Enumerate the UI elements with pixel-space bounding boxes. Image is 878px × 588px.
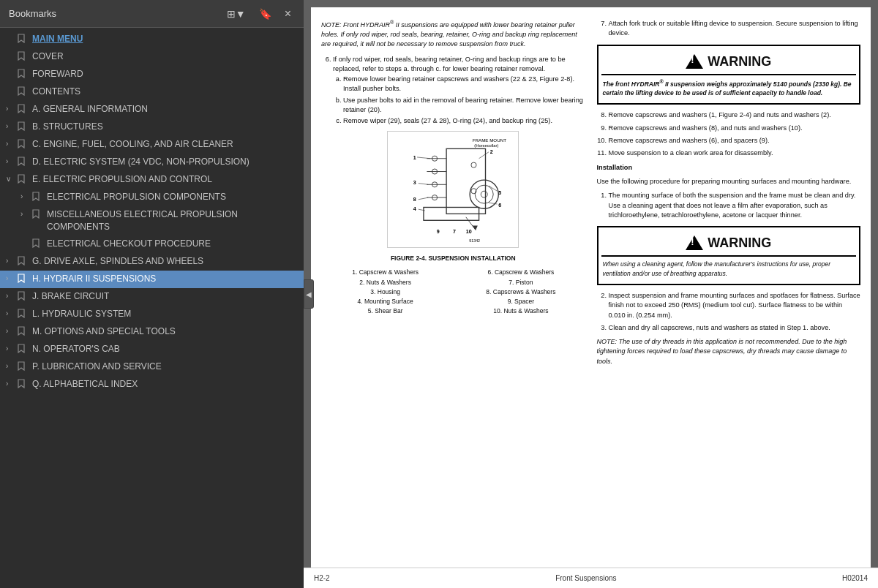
collapse-panel-button[interactable]: ◀ xyxy=(304,279,314,309)
footer-center: Front Suspensions xyxy=(555,574,616,582)
toc-item-e-sub2[interactable]: ›MISCELLANEOUS ELECTRICAL PROPULSION COM… xyxy=(0,206,304,235)
footer-right: H02014 xyxy=(842,574,868,582)
warning-text-2: When using a cleaning agent, follow the … xyxy=(601,257,857,281)
svg-point-14 xyxy=(476,185,494,203)
bookmarks-header: Bookmarks ⊞▼ 🔖 × xyxy=(0,0,304,28)
expander-icon: › xyxy=(20,192,31,200)
close-button[interactable]: × xyxy=(281,6,295,22)
expander-icon: › xyxy=(6,344,16,353)
note-2: NOTE: The use of dry threads in this app… xyxy=(597,337,861,366)
toc-item-label: L. HYDRAULIC SYSTEM xyxy=(32,308,299,320)
toc-item-label: FOREWARD xyxy=(32,68,299,80)
toc-item-label: MAIN MENU xyxy=(32,33,299,45)
bookmark-marker-icon xyxy=(18,291,28,303)
toc-item-label: COVER xyxy=(32,50,299,63)
toc-item-p-lubrication[interactable]: ›P. LUBRICATION AND SERVICE xyxy=(0,358,304,376)
toc-item-e-propulsion[interactable]: ∨E. ELECTRIC PROPULSION AND CONTROL xyxy=(0,171,304,189)
part-4: 4. Mounting Surface xyxy=(321,297,449,306)
substep-b: Use pusher bolts to aid in the removal o… xyxy=(343,96,585,116)
expander-icon: › xyxy=(6,257,16,265)
svg-text:9: 9 xyxy=(437,229,440,235)
toc-item-l-hydraulic[interactable]: ›L. HYDRAULIC SYSTEM xyxy=(0,306,304,323)
bookmark-marker-icon xyxy=(18,139,28,151)
toc-item-label: ELECTRICAL CHECKOUT PROCEDURE xyxy=(47,238,299,250)
svg-text:10: 10 xyxy=(466,229,472,235)
bookmark-marker-icon xyxy=(18,69,28,80)
toc-item-d-electric[interactable]: ›D. ELECTRIC SYSTEM (24 VDC, NON-PROPULS… xyxy=(0,154,304,171)
steps-list-8-11: Remove capscrews and washers (1, Figure … xyxy=(597,110,861,158)
toc-item-label: C. ENGINE, FUEL, COOLING, AND AIR CLEANE… xyxy=(32,138,299,151)
install-step-1: The mounting surface of both the suspens… xyxy=(609,191,861,220)
part-6: 6. Capscrew & Washers xyxy=(457,268,585,276)
toc-item-label: MISCELLANEOUS ELECTRICAL PROPULSION COMP… xyxy=(47,208,299,233)
toc-item-e-sub3[interactable]: ELECTRICAL CHECKOUT PROCEDURE xyxy=(0,235,304,253)
toc-item-h-hydrair[interactable]: ›H. HYDRAIR II SUSPENSIONS xyxy=(0,271,304,288)
svg-text:3: 3 xyxy=(413,180,416,186)
svg-point-11 xyxy=(471,162,476,167)
toc-item-contents[interactable]: CONTENTS xyxy=(0,83,304,101)
expander-icon: › xyxy=(6,140,16,148)
bookmark-marker-icon xyxy=(32,238,42,250)
warning-box-1: WARNING The front HYDRAIR® II suspension… xyxy=(597,45,861,105)
doc-footer: H2-2 Front Suspensions H02014 xyxy=(304,568,878,588)
toc-item-g-drive[interactable]: ›G. DRIVE AXLE, SPINDLES AND WHEELS xyxy=(0,253,304,271)
step-10: Remove capscrews and washers (6), and sp… xyxy=(609,136,861,146)
toc-item-a-general[interactable]: ›A. GENERAL INFORMATION xyxy=(0,101,304,118)
step-7: Attach fork truck or suitable lifting de… xyxy=(609,19,861,39)
grid-icon: ⊞▼ xyxy=(227,8,246,20)
toc-item-foreward[interactable]: FOREWARD xyxy=(0,66,304,83)
toc-item-cover[interactable]: COVER xyxy=(0,48,304,66)
bookmark-marker-icon xyxy=(18,326,28,338)
toc-item-label: J. BRAKE CIRCUIT xyxy=(32,290,299,303)
svg-text:91342: 91342 xyxy=(470,238,481,242)
toc-item-label: G. DRIVE AXLE, SPINDLES AND WHEELS xyxy=(32,255,299,268)
bookmark-marker-icon xyxy=(18,121,28,133)
header-controls: ⊞▼ 🔖 × xyxy=(223,6,295,22)
figure-svg: FRAME MOUNT (Horsecollar) xyxy=(387,131,519,248)
svg-text:8: 8 xyxy=(413,196,416,202)
toc-item-label: N. OPERATOR'S CAB xyxy=(32,343,299,355)
svg-point-13 xyxy=(470,180,498,208)
part-9: 9. Spacer xyxy=(457,297,585,306)
doc-page: NOTE: Front HYDRAIR® II suspensions are … xyxy=(311,7,871,568)
footer-left: H2-2 xyxy=(314,574,330,582)
step-11: Move suspension to a clean work area for… xyxy=(609,148,861,158)
svg-line-31 xyxy=(419,197,428,200)
toc-item-j-brake[interactable]: ›J. BRAKE CIRCUIT xyxy=(0,288,304,306)
options-button[interactable]: ⊞▼ xyxy=(223,7,249,21)
warning-header-1: WARNING xyxy=(601,49,857,75)
install-steps-list: The mounting surface of both the suspens… xyxy=(597,191,861,220)
toc-item-label: Q. ALPHABETICAL INDEX xyxy=(32,378,299,391)
bookmark-marker-icon xyxy=(18,309,28,320)
bookmark-marker-icon xyxy=(18,104,28,116)
bookmark-marker-icon xyxy=(18,274,28,285)
part-7: 7. Piston xyxy=(457,278,585,287)
toc-item-n-operator[interactable]: ›N. OPERATOR'S CAB xyxy=(0,341,304,358)
toc-item-q-alphabetical[interactable]: ›Q. ALPHABETICAL INDEX xyxy=(0,376,304,393)
part-8: 8. Capscrews & Washers xyxy=(457,287,585,296)
svg-line-34 xyxy=(466,216,476,230)
bookmark-marker-icon xyxy=(18,379,28,391)
svg-text:1: 1 xyxy=(413,154,416,160)
toc-item-b-structures[interactable]: ›B. STRUCTURES xyxy=(0,118,304,136)
toc-item-c-engine[interactable]: ›C. ENGINE, FUEL, COOLING, AND AIR CLEAN… xyxy=(0,136,304,154)
installation-title: Installation xyxy=(597,163,861,173)
expander-icon: › xyxy=(6,157,16,165)
bookmark-marker-icon xyxy=(18,344,28,355)
bookmark-add-button[interactable]: 🔖 xyxy=(255,7,275,21)
part-5: 5. Shear Bar xyxy=(321,306,449,315)
toc-item-m-options[interactable]: ›M. OPTIONS AND SPECIAL TOOLS xyxy=(0,323,304,341)
toc-item-e-sub1[interactable]: ›ELECTRICAL PROPULSION COMPONENTS xyxy=(0,189,304,206)
warning-triangle-icon-1 xyxy=(686,54,703,69)
substeps-list: Remove lower bearing retainer capscrews … xyxy=(333,75,585,127)
install-step-2: Inspect suspension and frame mounting su… xyxy=(609,291,861,320)
part-3: 3. Housing xyxy=(321,287,449,296)
bookmark-marker-icon xyxy=(18,174,28,186)
toc-item-main-menu[interactable]: MAIN MENU xyxy=(0,31,304,48)
toc-item-label: CONTENTS xyxy=(32,86,299,98)
doc-container: NOTE: Front HYDRAIR® II suspensions are … xyxy=(304,0,878,568)
warning-header-2: WARNING xyxy=(601,230,857,257)
substep-c: Remove wiper (29), seals (27 & 28), O-ri… xyxy=(343,116,585,126)
svg-line-17 xyxy=(417,157,430,158)
right-panel: NOTE: Front HYDRAIR® II suspensions are … xyxy=(304,0,878,588)
